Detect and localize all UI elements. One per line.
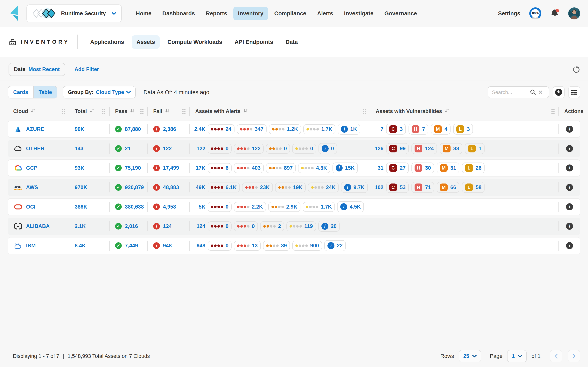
date-filter-chip[interactable]: Date Most Recent xyxy=(9,63,65,76)
alerts-total-link[interactable]: 5K xyxy=(192,204,205,210)
drag-handle-icon[interactable] xyxy=(62,109,65,114)
pass-count-link[interactable]: 2,016 xyxy=(125,223,138,229)
vuln-count-medium[interactable]: 31 xyxy=(450,165,456,171)
total-count-link[interactable]: 143 xyxy=(75,146,83,152)
alert-chip-medium[interactable]: 1.2K xyxy=(269,124,301,134)
tab-applications[interactable]: Applications xyxy=(86,35,129,49)
column-header-pass[interactable]: Pass xyxy=(110,104,148,118)
alert-chip-high[interactable]: 403 xyxy=(234,163,264,173)
vuln-chip-high[interactable]: H124 xyxy=(411,143,437,154)
fail-count-link[interactable]: 2,386 xyxy=(163,126,176,132)
drag-handle-icon[interactable] xyxy=(140,109,144,114)
row-info-button[interactable]: i xyxy=(566,145,573,152)
alert-chip-critical[interactable]: 0 xyxy=(208,221,232,231)
alert-chip-critical[interactable]: 0 xyxy=(208,202,232,212)
vuln-chip-low[interactable]: L1 xyxy=(465,143,484,154)
alert-count-critical[interactable]: 0 xyxy=(225,243,228,249)
alert-count-critical[interactable]: 0 xyxy=(225,223,228,229)
alert-chip-info[interactable]: i20 xyxy=(318,221,340,232)
add-filter-button[interactable]: Add Filter xyxy=(75,67,99,72)
alert-chip-low[interactable]: 119 xyxy=(286,221,316,231)
vuln-chip-critical[interactable]: C53 xyxy=(386,182,409,193)
sort-icon[interactable] xyxy=(31,108,35,114)
vuln-count-critical[interactable]: 99 xyxy=(400,146,406,152)
alert-count-info[interactable]: 1K xyxy=(350,126,357,132)
search-icon[interactable] xyxy=(530,89,536,95)
pass-count-link[interactable]: 21 xyxy=(125,146,131,152)
tab-assets[interactable]: Assets xyxy=(132,35,160,49)
alert-count-medium[interactable]: 39 xyxy=(281,243,287,249)
alert-chip-info[interactable]: i4.5K xyxy=(337,201,364,212)
alert-chip-high[interactable]: 347 xyxy=(237,124,267,134)
vuln-chip-low[interactable]: L3 xyxy=(453,124,473,134)
alert-count-critical[interactable]: 6 xyxy=(225,165,228,171)
alert-chip-critical[interactable]: 0 xyxy=(208,241,232,251)
tab-compute-workloads[interactable]: Compute Workloads xyxy=(163,35,227,49)
alert-count-high[interactable]: 2.2K xyxy=(252,204,263,210)
alert-count-info[interactable]: 22 xyxy=(337,243,343,249)
cloud-name-link[interactable]: AZURE xyxy=(26,126,44,132)
vuln-count-critical[interactable]: 3 xyxy=(400,126,403,132)
vuln-count-low[interactable]: 58 xyxy=(476,184,481,191)
vuln-count-high[interactable]: 30 xyxy=(425,165,431,171)
alert-count-high[interactable]: 0 xyxy=(252,223,255,229)
vuln-count-low[interactable]: 1 xyxy=(478,146,481,152)
drag-handle-icon[interactable] xyxy=(102,109,105,114)
alert-count-medium[interactable]: 1.2K xyxy=(287,126,298,132)
alerts-total-link[interactable]: 17K xyxy=(192,165,205,171)
alert-chip-critical[interactable]: 0 xyxy=(208,144,232,154)
alert-chip-medium[interactable]: 2.9K xyxy=(268,202,300,212)
vuln-chip-medium[interactable]: M31 xyxy=(437,163,459,173)
sort-icon[interactable] xyxy=(243,108,248,114)
vuln-count-medium[interactable]: 33 xyxy=(453,146,459,152)
settings-button[interactable]: Settings xyxy=(498,10,520,17)
alerts-total-link[interactable]: 122 xyxy=(192,146,205,152)
alert-chip-high[interactable]: 13 xyxy=(234,241,261,251)
column-header-assets-with-vulnerabilities[interactable]: Assets with Vulnerabilities xyxy=(370,104,559,118)
rows-per-page-select[interactable]: 25 xyxy=(459,350,481,362)
nav-item-inventory[interactable]: Inventory xyxy=(233,7,268,20)
cloud-name-link[interactable]: AWS xyxy=(26,184,38,191)
alert-chip-medium[interactable]: 897 xyxy=(266,163,296,173)
sort-icon[interactable] xyxy=(165,108,170,114)
alert-count-low[interactable]: 24K xyxy=(326,184,336,191)
alert-chip-info[interactable]: i22 xyxy=(324,240,346,251)
search-input[interactable] xyxy=(492,89,528,95)
alert-count-critical[interactable]: 24 xyxy=(225,126,231,132)
tab-api-endpoints[interactable]: API Endpoints xyxy=(230,35,278,49)
alert-count-medium[interactable]: 2.9K xyxy=(286,204,297,210)
view-toggle-cards[interactable]: Cards xyxy=(8,86,33,98)
nav-item-home[interactable]: Home xyxy=(131,7,156,20)
row-info-button[interactable]: i xyxy=(566,126,573,133)
alert-count-critical[interactable]: 0 xyxy=(225,204,228,210)
vuln-chip-high[interactable]: H30 xyxy=(411,163,434,173)
alert-chip-low[interactable]: 900 xyxy=(292,241,322,251)
total-count-link[interactable]: 2.1K xyxy=(75,223,86,229)
alert-count-low[interactable]: 1.7K xyxy=(321,126,332,132)
vuln-chip-critical[interactable]: C99 xyxy=(386,143,409,154)
alerts-total-link[interactable]: 2.4K xyxy=(192,126,205,132)
vuln-count-critical[interactable]: 53 xyxy=(400,184,406,191)
sort-icon[interactable] xyxy=(90,108,94,114)
nav-item-compliance[interactable]: Compliance xyxy=(270,7,311,20)
fail-count-link[interactable]: 948 xyxy=(163,243,172,249)
alert-count-high[interactable]: 122 xyxy=(252,146,260,152)
nav-item-investigate[interactable]: Investigate xyxy=(339,7,378,20)
page-select[interactable]: 1 xyxy=(507,350,527,362)
total-count-link[interactable]: 8.4K xyxy=(75,243,86,249)
fail-count-link[interactable]: 48,883 xyxy=(163,184,179,191)
product-switcher[interactable]: Runtime Security xyxy=(26,4,122,22)
alert-chip-high[interactable]: 2.2K xyxy=(234,202,266,212)
drag-handle-icon[interactable] xyxy=(363,109,366,114)
alert-count-info[interactable]: 20 xyxy=(331,223,337,229)
alert-chip-low[interactable]: 1.7K xyxy=(303,202,335,212)
alert-chip-low[interactable]: 1.7K xyxy=(303,124,335,134)
alert-chip-critical[interactable]: 24 xyxy=(208,124,234,134)
cloud-name-link[interactable]: GCP xyxy=(26,165,37,171)
tab-data[interactable]: Data xyxy=(281,35,303,49)
pass-count-link[interactable]: 380,638 xyxy=(125,204,144,210)
fail-count-link[interactable]: 4,958 xyxy=(163,204,176,210)
alert-count-low[interactable]: 0 xyxy=(310,146,313,152)
alert-count-low[interactable]: 119 xyxy=(304,223,313,229)
alert-chip-info[interactable]: i9.7K xyxy=(341,182,368,193)
